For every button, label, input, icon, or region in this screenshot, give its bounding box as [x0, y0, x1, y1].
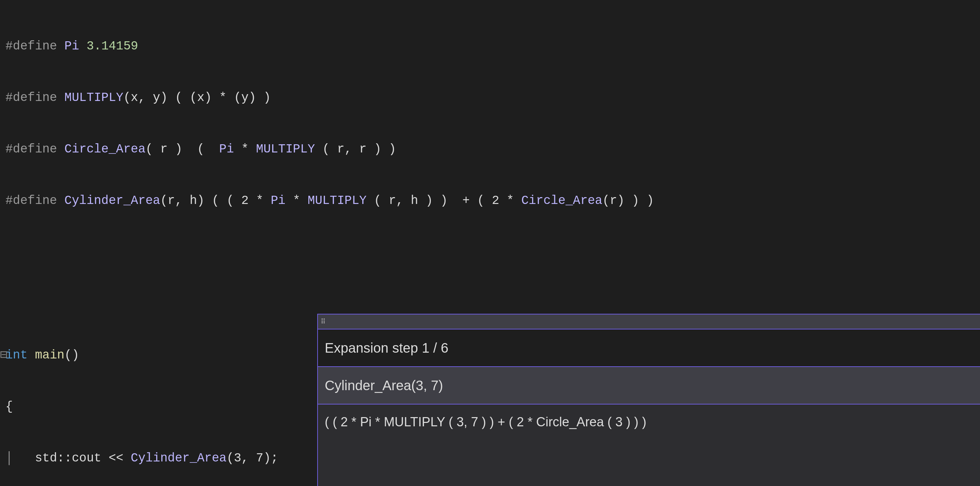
- preprocessor-keyword: #define: [5, 142, 57, 156]
- macro-identifier: Cylinder_Area: [64, 194, 160, 208]
- popup-expansion-result: ( ( 2 * Pi * MULTIPLY ( 3, 7 ) ) + ( 2 *…: [318, 405, 980, 486]
- preprocessor-keyword: #define: [5, 194, 57, 208]
- function-name: main: [35, 348, 64, 362]
- macro-identifier: Circle_Area: [64, 142, 146, 156]
- numeric-literal: 3.14159: [87, 39, 138, 53]
- code-line-3[interactable]: #define Circle_Area( r ) ( Pi * MULTIPLY…: [0, 141, 980, 158]
- macro-body: ( (x) * (y) ): [167, 91, 270, 105]
- popup-titlebar[interactable]: ⠿: [318, 314, 980, 329]
- preprocessor-keyword: #define: [5, 39, 57, 53]
- code-line-2[interactable]: #define MULTIPLY(x, y) ( (x) * (y) ): [0, 89, 980, 106]
- type-keyword: int: [5, 348, 28, 362]
- blank-line: [0, 295, 980, 313]
- macro-params: (x, y): [124, 91, 168, 105]
- blank-line: [0, 244, 980, 261]
- macro-identifier: Pi: [64, 39, 79, 53]
- macro-expansion-popup: ⠿ Expansion step 1 / 6: [317, 314, 980, 486]
- expansion-step-label: Expansion step 1 / 6: [325, 340, 448, 356]
- macro-identifier: MULTIPLY: [64, 91, 124, 105]
- popup-macro-call: Cylinder_Area(3, 7): [318, 367, 980, 405]
- collapse-marker[interactable]: ⊟: [0, 347, 5, 364]
- macro-call: Cylinder_Area: [130, 451, 226, 465]
- popup-step-header: Expansion step 1 / 6: [318, 329, 980, 367]
- code-line-4[interactable]: #define Cylinder_Area(r, h) ( ( 2 * Pi *…: [0, 192, 980, 210]
- preprocessor-keyword: #define: [5, 91, 57, 105]
- drag-grip-icon[interactable]: ⠿: [321, 318, 326, 326]
- macro-params: ( r ): [145, 142, 182, 156]
- macro-params: (r, h): [160, 194, 205, 208]
- code-line-1[interactable]: #define Pi 3.14159: [0, 38, 980, 55]
